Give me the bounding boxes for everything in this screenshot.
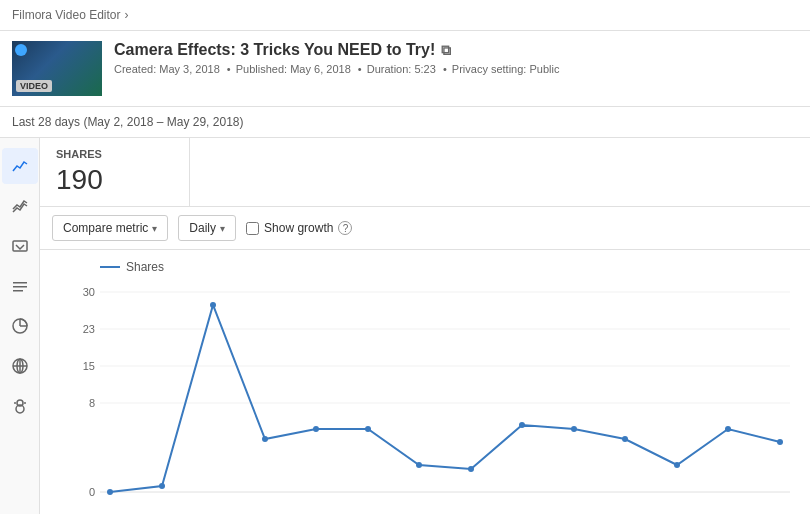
data-point-7 — [468, 466, 474, 472]
video-details: Camera Effects: 3 Tricks You NEED to Try… — [114, 41, 798, 75]
data-point-11 — [674, 462, 680, 468]
show-growth-text: Show growth — [264, 221, 333, 235]
svg-rect-1 — [13, 282, 27, 284]
shares-label: SHARES — [56, 148, 173, 160]
show-growth-checkbox[interactable] — [246, 222, 259, 235]
chart-svg: 30 23 15 8 0 — [60, 282, 790, 512]
breadcrumb-separator: › — [125, 8, 129, 22]
show-growth-label[interactable]: Show growth ? — [246, 221, 352, 235]
data-point-5 — [365, 426, 371, 432]
data-point-4 — [313, 426, 319, 432]
trends-icon[interactable] — [2, 188, 38, 224]
reach-icon[interactable] — [2, 228, 38, 264]
data-point-12 — [725, 426, 731, 432]
video-title: Camera Effects: 3 Tricks You NEED to Try… — [114, 41, 798, 59]
privacy-setting: Privacy setting: Public — [452, 63, 560, 75]
legend-line — [100, 266, 120, 268]
svg-text:0: 0 — [89, 486, 95, 498]
revenue-icon[interactable] — [2, 308, 38, 344]
svg-text:23: 23 — [83, 323, 95, 335]
stats-bar: SHARES 190 — [40, 138, 810, 207]
sidebar — [0, 138, 40, 514]
video-meta: Created: May 3, 2018 • Published: May 6,… — [114, 63, 798, 75]
data-point-3 — [262, 436, 268, 442]
content-area: SHARES 190 Compare metric ▾ Daily ▾ Show… — [40, 138, 810, 514]
breadcrumb-parent[interactable]: Filmora Video Editor — [12, 8, 121, 22]
data-point-13 — [777, 439, 783, 445]
share-icon[interactable]: ⧉ — [441, 42, 451, 59]
video-title-text: Camera Effects: 3 Tricks You NEED to Try… — [114, 41, 435, 59]
shares-stat-block: SHARES 190 — [40, 138, 190, 206]
data-point-0 — [107, 489, 113, 495]
svg-text:30: 30 — [83, 286, 95, 298]
audience-icon[interactable] — [2, 348, 38, 384]
chart-legend: Shares — [100, 260, 790, 274]
subtitles-icon[interactable] — [2, 388, 38, 424]
svg-rect-3 — [13, 290, 23, 292]
data-point-1 — [159, 483, 165, 489]
data-point-10 — [622, 436, 628, 442]
shares-value: 190 — [56, 164, 173, 196]
daily-label: Daily — [189, 221, 216, 235]
video-thumbnail: VIDEO — [12, 41, 102, 96]
svg-text:15: 15 — [83, 360, 95, 372]
legend-label: Shares — [126, 260, 164, 274]
chart-area: Shares 30 23 15 8 0 — [40, 250, 810, 514]
duration: Duration: 5:23 — [367, 63, 436, 75]
data-point-8 — [519, 422, 525, 428]
chart-container: 30 23 15 8 0 — [60, 282, 790, 512]
compare-metric-label: Compare metric — [63, 221, 148, 235]
date-range: Last 28 days (May 2, 2018 – May 29, 2018… — [0, 107, 810, 138]
svg-text:8: 8 — [89, 397, 95, 409]
analytics-icon[interactable] — [2, 148, 38, 184]
thumb-icon — [15, 44, 27, 56]
controls-bar: Compare metric ▾ Daily ▾ Show growth ? — [40, 207, 810, 250]
help-icon[interactable]: ? — [338, 221, 352, 235]
data-point-9 — [571, 426, 577, 432]
engagement-icon[interactable] — [2, 268, 38, 304]
daily-button[interactable]: Daily ▾ — [178, 215, 236, 241]
published-date: Published: May 6, 2018 — [236, 63, 351, 75]
video-badge: VIDEO — [16, 80, 52, 92]
compare-metric-arrow: ▾ — [152, 223, 157, 234]
video-info: VIDEO Camera Effects: 3 Tricks You NEED … — [0, 31, 810, 107]
daily-arrow: ▾ — [220, 223, 225, 234]
top-bar: Filmora Video Editor › — [0, 0, 810, 31]
created-date: Created: May 3, 2018 — [114, 63, 220, 75]
compare-metric-button[interactable]: Compare metric ▾ — [52, 215, 168, 241]
data-point-2 — [210, 302, 216, 308]
svg-rect-2 — [13, 286, 27, 288]
data-point-6 — [416, 462, 422, 468]
